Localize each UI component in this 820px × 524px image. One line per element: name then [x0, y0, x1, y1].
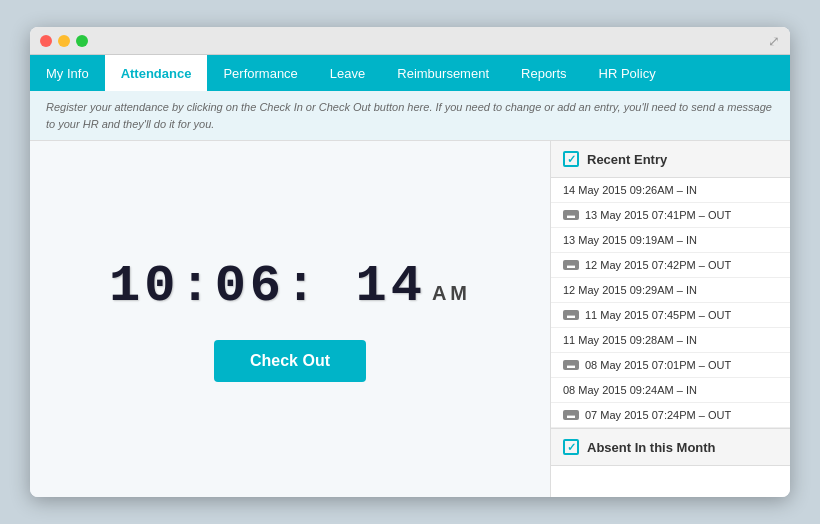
nav-hr-policy[interactable]: HR Policy [583, 55, 672, 91]
checkout-button[interactable]: Check Out [214, 340, 366, 382]
list-item: 08 May 2015 09:24AM – IN [551, 378, 790, 403]
nav-my-info[interactable]: My Info [30, 55, 105, 91]
absent-section-label: Absent In this Month [587, 440, 716, 455]
entry-text: 07 May 2015 07:24PM – OUT [585, 409, 778, 421]
list-item: 13 May 2015 09:19AM – IN [551, 228, 790, 253]
nav-leave[interactable]: Leave [314, 55, 381, 91]
entry-text: 08 May 2015 07:01PM – OUT [585, 359, 778, 371]
check-icon: ✓ [563, 151, 579, 167]
entry-out-icon: ▬ [563, 410, 579, 420]
list-item: ▬ 11 May 2015 07:45PM – OUT [551, 303, 790, 328]
nav-reimbursement[interactable]: Reimbursement [381, 55, 505, 91]
absent-check-icon: ✓ [563, 439, 579, 455]
nav-performance[interactable]: Performance [207, 55, 313, 91]
clock-ampm: AM [432, 282, 471, 305]
clock-time: 10:06: 14 [109, 257, 426, 316]
list-item: 12 May 2015 09:29AM – IN [551, 278, 790, 303]
entry-text: 12 May 2015 09:29AM – IN [563, 284, 778, 296]
maximize-button[interactable] [76, 35, 88, 47]
entry-out-icon: ▬ [563, 360, 579, 370]
right-panel: ✓ Recent Entry 14 May 2015 09:26AM – IN … [550, 141, 790, 497]
list-item: 11 May 2015 09:28AM – IN [551, 328, 790, 353]
list-item: 14 May 2015 09:26AM – IN [551, 178, 790, 203]
entry-out-icon: ▬ [563, 310, 579, 320]
info-bar: Register your attendance by clicking on … [30, 91, 790, 141]
recent-entry-label: Recent Entry [587, 152, 667, 167]
entry-out-icon: ▬ [563, 260, 579, 270]
recent-entry-header: ✓ Recent Entry [551, 141, 790, 178]
clock-display: 10:06: 14 AM [109, 257, 471, 316]
minimize-button[interactable] [58, 35, 70, 47]
titlebar: ⤢ [30, 27, 790, 55]
app-window: ⤢ My Info Attendance Performance Leave R… [30, 27, 790, 497]
left-panel: 10:06: 14 AM Check Out [30, 141, 550, 497]
entry-out-icon: ▬ [563, 210, 579, 220]
entry-text: 11 May 2015 07:45PM – OUT [585, 309, 778, 321]
entry-text: 12 May 2015 07:42PM – OUT [585, 259, 778, 271]
close-button[interactable] [40, 35, 52, 47]
navbar: My Info Attendance Performance Leave Rei… [30, 55, 790, 91]
list-item: ▬ 13 May 2015 07:41PM – OUT [551, 203, 790, 228]
expand-icon: ⤢ [768, 33, 780, 49]
info-text: Register your attendance by clicking on … [46, 101, 772, 130]
entry-text: 13 May 2015 07:41PM – OUT [585, 209, 778, 221]
absent-section-header: ✓ Absent In this Month [551, 428, 790, 466]
nav-attendance[interactable]: Attendance [105, 55, 208, 91]
entry-text: 13 May 2015 09:19AM – IN [563, 234, 778, 246]
entry-text: 11 May 2015 09:28AM – IN [563, 334, 778, 346]
nav-reports[interactable]: Reports [505, 55, 583, 91]
entry-text: 14 May 2015 09:26AM – IN [563, 184, 778, 196]
list-item: ▬ 08 May 2015 07:01PM – OUT [551, 353, 790, 378]
list-item: ▬ 12 May 2015 07:42PM – OUT [551, 253, 790, 278]
list-item: ▬ 07 May 2015 07:24PM – OUT [551, 403, 790, 428]
main-content: 10:06: 14 AM Check Out ✓ Recent Entry 14… [30, 141, 790, 497]
entry-text: 08 May 2015 09:24AM – IN [563, 384, 778, 396]
